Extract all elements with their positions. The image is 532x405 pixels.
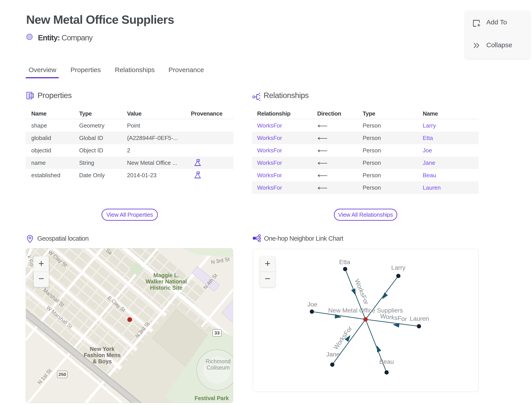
svg-text:WorksFor: WorksFor [332, 325, 353, 351]
svg-text:Joe: Joe [307, 301, 317, 308]
svg-text:WorksFor: WorksFor [380, 312, 407, 323]
svg-text:Fashion Mens: Fashion Mens [84, 352, 121, 358]
svg-text:Beau: Beau [379, 358, 394, 365]
svg-text:New Metal Office Suppliers: New Metal Office Suppliers [328, 307, 403, 314]
svg-text:Walker National: Walker National [146, 278, 187, 284]
svg-text:WorksFor: WorksFor [353, 278, 370, 306]
svg-text:& Boys: & Boys [93, 358, 112, 364]
svg-text:New York: New York [90, 346, 115, 352]
svg-text:Festival Park: Festival Park [195, 395, 229, 401]
svg-text:Larry: Larry [391, 264, 406, 271]
svg-text:33: 33 [214, 330, 219, 335]
svg-text:Etta: Etta [339, 259, 350, 265]
svg-text:250: 250 [58, 372, 66, 377]
svg-text:Coliseum: Coliseum [206, 364, 230, 371]
svg-text:Lauren: Lauren [410, 315, 429, 322]
svg-text:Jane: Jane [326, 351, 340, 358]
svg-text:Maggie L.: Maggie L. [153, 272, 179, 278]
svg-text:Richmond: Richmond [206, 358, 231, 364]
svg-text:Historic Site: Historic Site [150, 284, 182, 291]
